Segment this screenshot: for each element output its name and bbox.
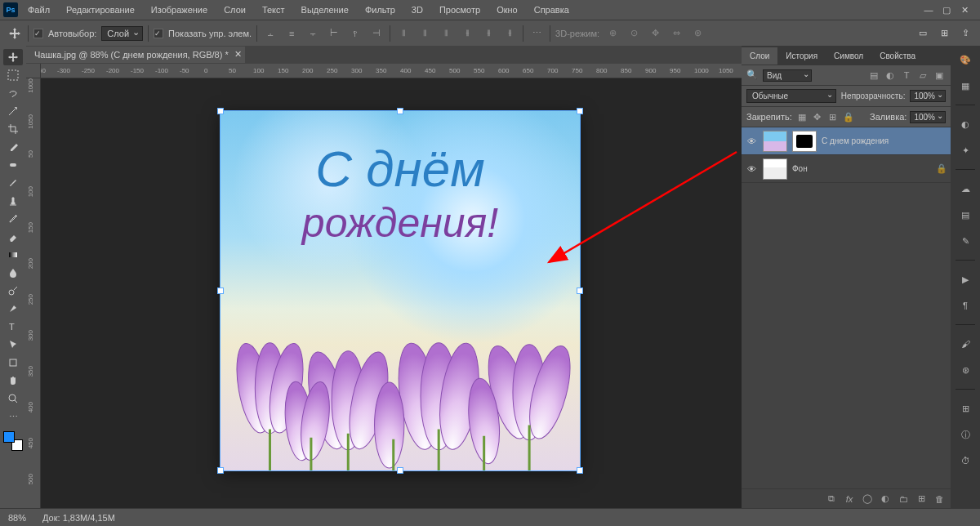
distribute-right-icon[interactable]: ⫵ [501, 25, 518, 42]
layer-kind-dropdown[interactable]: Вид [763, 69, 812, 82]
layer-name[interactable]: С днем рождения [822, 136, 889, 145]
opacity-value[interactable]: 100% [910, 90, 946, 102]
tab-properties[interactable]: Свойства [871, 47, 924, 65]
close-tab-icon[interactable]: ✕ [234, 49, 242, 60]
dock-nav-icon[interactable]: ⊞ [956, 399, 974, 417]
search-icon[interactable]: 🔍 [746, 69, 758, 81]
distribute-bottom-icon[interactable]: ⫴ [438, 25, 454, 42]
menu-3d[interactable]: 3D [405, 2, 430, 18]
lock-artboard-icon[interactable]: ⊞ [826, 110, 840, 123]
zoom-tool[interactable] [3, 390, 23, 407]
distribute-hcenter-icon[interactable]: ⫵ [480, 25, 497, 42]
align-vcenter-icon[interactable]: ≡ [283, 25, 300, 42]
doc-size[interactable]: Док: 1,83M/4,15M [42, 513, 115, 523]
group-icon[interactable]: 🗀 [897, 493, 910, 506]
brush-tool[interactable] [3, 175, 23, 191]
visibility-toggle[interactable]: 👁 [745, 164, 758, 174]
autoselect-checkbox[interactable] [33, 29, 43, 38]
lock-position-icon[interactable]: ✥ [811, 110, 824, 123]
minimize-button[interactable]: — [923, 4, 934, 16]
adjustment-icon[interactable]: ◐ [879, 493, 892, 506]
path-select-tool[interactable] [3, 337, 23, 353]
share-icon[interactable]: ⇪ [957, 25, 973, 42]
heal-tool[interactable] [3, 157, 23, 173]
layer-row[interactable]: 👁 Фон 🔒 [742, 155, 951, 183]
stamp-tool[interactable] [3, 193, 23, 209]
lock-pixels-icon[interactable]: ▦ [795, 110, 808, 123]
dock-brush-icon[interactable]: 🖌 [956, 335, 974, 353]
link-layers-icon[interactable]: ⧉ [825, 493, 838, 506]
ruler-vertical[interactable]: 1000105050100150200250300350400450500 [26, 78, 41, 508]
dock-paths-icon[interactable]: ✎ [956, 232, 974, 250]
dock-timeline-icon[interactable]: ⏱ [956, 452, 974, 470]
layer-thumbnail[interactable] [763, 131, 787, 152]
dodge-tool[interactable] [3, 283, 23, 299]
history-brush-tool[interactable] [3, 211, 23, 227]
shape-tool[interactable] [3, 354, 23, 371]
menu-window[interactable]: Окно [490, 2, 524, 18]
blend-mode-dropdown[interactable]: Обычные [746, 89, 836, 103]
eraser-tool[interactable] [3, 229, 23, 245]
zoom-level[interactable]: 88% [8, 513, 26, 523]
blur-tool[interactable] [3, 265, 23, 281]
dock-adjustments-icon[interactable]: ◐ [956, 115, 974, 133]
dock-libraries-icon[interactable]: ☁ [956, 180, 974, 198]
dock-color-icon[interactable]: 🎨 [956, 51, 974, 69]
gradient-tool[interactable] [3, 247, 23, 263]
fg-color[interactable] [3, 431, 15, 443]
menu-layers[interactable]: Слои [217, 2, 252, 18]
move-tool[interactable] [3, 49, 23, 65]
crop-tool[interactable] [3, 121, 23, 137]
layer-name[interactable]: Фон [792, 164, 808, 173]
edit-toolbar[interactable]: ⋯ [3, 408, 23, 425]
tab-character[interactable]: Символ [826, 47, 871, 65]
align-bottom-icon[interactable]: ⫟ [305, 25, 321, 42]
filter-type-icon[interactable]: T [900, 69, 913, 82]
tab-layers[interactable]: Слои [742, 47, 777, 65]
distribute-vcenter-icon[interactable]: ⫴ [416, 25, 433, 42]
filter-adjust-icon[interactable]: ◐ [884, 69, 897, 82]
menu-filter[interactable]: Фильтр [359, 2, 402, 18]
dock-info-icon[interactable]: ⓘ [956, 426, 974, 444]
tab-history[interactable]: История [777, 47, 826, 65]
align-hcenter-icon[interactable]: ⫯ [347, 25, 363, 42]
dock-swatches-icon[interactable]: ▦ [956, 77, 974, 95]
menu-text[interactable]: Текст [256, 2, 292, 18]
visibility-toggle[interactable]: 👁 [745, 136, 758, 146]
layer-thumbnail[interactable] [763, 158, 787, 180]
mask-icon[interactable]: ◯ [861, 493, 874, 506]
filter-pixel-icon[interactable]: ▤ [867, 69, 880, 82]
ruler-origin[interactable] [26, 64, 41, 78]
dock-channels-icon[interactable]: ▤ [956, 206, 974, 224]
dock-clone-icon[interactable]: ⊛ [956, 361, 974, 379]
dock-actions-icon[interactable]: ▶ [956, 270, 974, 288]
dock-paragraph-icon[interactable]: ¶ [956, 296, 974, 314]
menu-file[interactable]: Файл [21, 2, 56, 18]
ruler-horizontal[interactable]: -350-300-250-200-150-100-500501001502002… [41, 64, 742, 78]
close-button[interactable]: ✕ [959, 4, 970, 16]
lock-all-icon[interactable]: 🔒 [842, 110, 855, 123]
workspace-icon[interactable]: ▭ [915, 25, 931, 42]
lasso-tool[interactable] [3, 85, 23, 101]
align-left-icon[interactable]: ⊢ [326, 25, 342, 42]
canvas-viewport[interactable]: С днём рождения! [41, 78, 742, 508]
fill-value[interactable]: 100% [910, 111, 946, 123]
menu-image[interactable]: Изображение [145, 2, 214, 18]
eyedropper-tool[interactable] [3, 139, 23, 155]
fx-icon[interactable]: fx [843, 493, 856, 506]
layer-mask-thumbnail[interactable] [792, 131, 817, 152]
type-tool[interactable]: T [3, 319, 23, 335]
artboard[interactable]: С днём рождения! [220, 111, 580, 470]
document-tab[interactable]: Чашка.jpg @ 88% (С днем рождения, RGB/8)… [26, 47, 245, 63]
maximize-button[interactable]: ▢ [941, 4, 952, 16]
filter-smart-icon[interactable]: ▣ [933, 69, 946, 82]
menu-help[interactable]: Справка [528, 2, 576, 18]
align-right-icon[interactable]: ⊣ [368, 25, 385, 42]
distribute-left-icon[interactable]: ⫵ [459, 25, 475, 42]
delete-layer-icon[interactable]: 🗑 [933, 493, 946, 506]
layer-row[interactable]: 👁 С днем рождения [742, 127, 951, 155]
menu-edit[interactable]: Редактирование [60, 2, 141, 18]
distribute-top-icon[interactable]: ⫴ [395, 25, 412, 42]
hand-tool[interactable] [3, 372, 23, 389]
dock-styles-icon[interactable]: ✦ [956, 141, 974, 159]
